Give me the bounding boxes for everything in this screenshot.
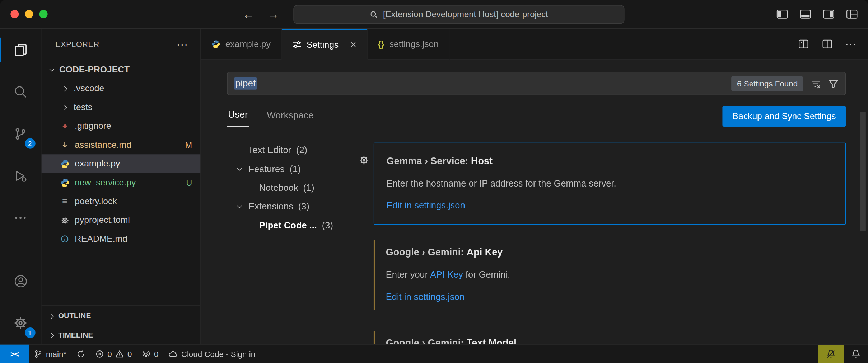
gear-icon[interactable] (359, 155, 369, 165)
command-center[interactable]: [Extension Development Host] code-projec… (293, 5, 624, 24)
layout-controls (776, 8, 858, 20)
setting-google-gemini-api-key[interactable]: Google › Gemini: Api Key Enter your API … (374, 235, 846, 315)
tree-item-new-service-py[interactable]: new_service.py U (42, 173, 201, 192)
editor-area: example.py Settings × {} settings.json (201, 29, 868, 344)
chevron-down-icon (47, 69, 56, 71)
activity-settings[interactable]: 1 (0, 302, 41, 344)
toc-count: (3) (322, 220, 333, 230)
toggle-sidebar-left-icon[interactable] (776, 8, 788, 20)
source-control-branch-icon (13, 127, 28, 141)
setting-google-gemini-text-model[interactable]: Google › Gemini: Text Model (374, 325, 846, 344)
close-window-button[interactable] (10, 10, 19, 18)
open-changes-icon[interactable] (798, 38, 809, 50)
edit-in-settings-json-link[interactable]: Edit in settings.json (386, 290, 834, 303)
settings-editor: pipet 6 Settings Found User Workspace (201, 60, 868, 344)
tree-item-vscode[interactable]: .vscode (42, 79, 201, 98)
scope-tab-user[interactable]: User (227, 106, 249, 126)
setting-category: Google › Gemini: (386, 247, 464, 258)
activity-source-control[interactable]: 2 (0, 113, 41, 155)
branch-label: main* (46, 349, 66, 358)
run-debug-icon (13, 169, 28, 183)
toggle-panel-bottom-icon[interactable] (799, 8, 812, 20)
tab-settings-json[interactable]: {} settings.json (368, 29, 450, 60)
markdown-icon (60, 140, 70, 150)
setting-name: Api Key (467, 247, 503, 258)
warning-icon (115, 349, 124, 358)
toc-label: Pipet Code ... (259, 220, 317, 230)
activity-explorer[interactable] (0, 29, 41, 71)
file-tree: CODE-PROJECT .vscode tests .gitignore (42, 60, 201, 248)
gear-icon (13, 316, 28, 330)
tree-item-assistance-md[interactable]: assistance.md M (42, 136, 201, 154)
more-actions-icon[interactable]: ··· (845, 38, 857, 50)
tree-root-code-project[interactable]: CODE-PROJECT (42, 60, 201, 79)
tree-item-pyproject-toml[interactable]: pyproject.toml (42, 211, 201, 230)
chevron-right-icon (49, 311, 53, 319)
edit-in-settings-json-link[interactable]: Edit in settings.json (386, 199, 833, 212)
ports-item[interactable]: 0 (137, 345, 163, 363)
tab-example-py[interactable]: example.py (201, 29, 282, 60)
remote-indicator[interactable]: >< (0, 345, 29, 363)
scope-tab-workspace[interactable]: Workspace (266, 107, 315, 126)
tab-label: example.py (225, 39, 271, 49)
activity-run-debug[interactable] (0, 155, 41, 197)
toc-label: Features (248, 164, 284, 174)
window-controls (0, 10, 48, 18)
file-label: pyproject.toml (75, 215, 130, 225)
problems-item[interactable]: 0 0 (90, 345, 137, 363)
tree-item-poetry-lock[interactable]: ≡ poetry.lock (42, 192, 201, 211)
history-nav: ← → (242, 8, 279, 21)
cloud-code-item[interactable]: Cloud Code - Sign in (163, 345, 260, 363)
close-tab-icon[interactable]: × (350, 38, 356, 51)
git-status-badge: M (185, 140, 192, 150)
branch-icon (34, 349, 43, 358)
command-center-label: [Extension Development Host] code-projec… (383, 9, 548, 19)
python-icon (60, 178, 70, 188)
toggle-sidebar-right-icon[interactable] (823, 8, 835, 20)
do-not-disturb-item[interactable] (818, 345, 844, 363)
toc-text-editor[interactable]: Text Editor (2) (227, 141, 359, 159)
setting-gemma-service-host[interactable]: Gemma › Service: Host Enter the hostname… (374, 143, 846, 225)
branch-status-item[interactable]: main* (29, 345, 71, 363)
notifications-item[interactable] (844, 345, 868, 363)
timeline-section-header[interactable]: TIMELINE (42, 325, 201, 344)
explorer-sidebar: EXPLORER ··· CODE-PROJECT .vscode tests (42, 29, 201, 344)
tree-item-example-py[interactable]: example.py (42, 154, 201, 173)
toc-label: Extensions (248, 201, 293, 212)
toc-pipet-code[interactable]: Pipet Code ... (3) (227, 216, 359, 234)
toc-features[interactable]: Features (1) (227, 159, 359, 178)
chevron-down-icon (235, 168, 244, 170)
tree-item-tests[interactable]: tests (42, 98, 201, 117)
api-key-link[interactable]: API Key (430, 269, 463, 279)
activity-accounts[interactable] (0, 260, 41, 302)
sync-changes-item[interactable] (71, 345, 90, 363)
backup-sync-settings-button[interactable]: Backup and Sync Settings (723, 106, 846, 127)
explorer-more-actions-icon[interactable]: ··· (177, 38, 188, 50)
toc-extensions[interactable]: Extensions (3) (227, 197, 359, 216)
forward-arrow-icon[interactable]: → (267, 8, 279, 21)
activity-search[interactable] (0, 71, 41, 113)
error-icon (95, 349, 104, 358)
titlebar: ← → [Extension Development Host] code-pr… (0, 0, 868, 29)
clear-search-filters-icon[interactable] (811, 78, 821, 89)
filter-icon[interactable] (828, 78, 839, 89)
tree-item-gitignore[interactable]: .gitignore (42, 117, 201, 135)
back-arrow-icon[interactable]: ← (242, 8, 254, 21)
split-editor-icon[interactable] (822, 38, 833, 50)
root-label: CODE-PROJECT (59, 65, 130, 75)
editor-scrollbar[interactable] (860, 112, 865, 231)
settings-search-input[interactable]: pipet 6 Settings Found (227, 72, 846, 95)
customize-layout-icon[interactable] (846, 8, 858, 20)
outline-section-header[interactable]: OUTLINE (42, 305, 201, 325)
outline-label: OUTLINE (58, 311, 91, 319)
tab-settings[interactable]: Settings × (282, 29, 368, 60)
search-query-text: pipet (234, 77, 257, 90)
activity-more-views[interactable] (0, 197, 41, 239)
maximize-window-button[interactable] (39, 10, 47, 18)
toc-notebook[interactable]: Notebook (1) (227, 178, 359, 197)
warning-count: 0 (127, 349, 132, 358)
setting-name: Text Model (467, 338, 517, 344)
tree-item-readme-md[interactable]: README.md (42, 230, 201, 248)
minimize-window-button[interactable] (25, 10, 33, 18)
settings-list: Gemma › Service: Host Enter the hostname… (359, 141, 846, 344)
